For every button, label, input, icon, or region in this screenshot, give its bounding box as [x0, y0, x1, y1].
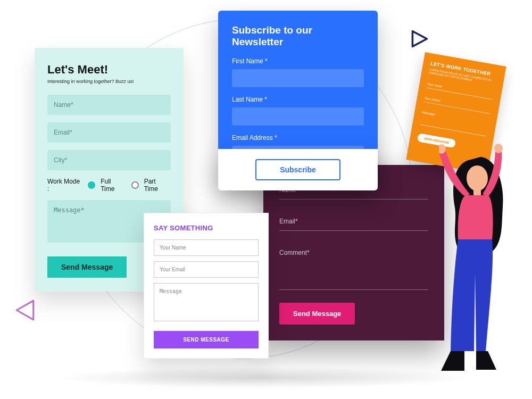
- ground-shadow: [53, 367, 468, 388]
- firstname-input[interactable]: [232, 69, 364, 87]
- city-input[interactable]: [47, 150, 171, 170]
- name-input[interactable]: [154, 239, 259, 256]
- svg-point-5: [494, 144, 503, 153]
- person-illustration: [439, 141, 519, 383]
- radio-fulltime[interactable]: [88, 181, 95, 189]
- card-comment: Name* Email* Comment* Send Message: [263, 165, 444, 340]
- radio-parttime[interactable]: [131, 181, 139, 189]
- send-message-button[interactable]: Send Message: [47, 256, 127, 278]
- card-newsletter-footer: Subscribe: [218, 149, 378, 190]
- work-mode-row: Work Mode : Full Time Part Time: [47, 178, 171, 193]
- card-title: Subscribe to our Newsletter: [232, 24, 364, 48]
- card-say-something: SAY SOMETHING SEND MESSAGE: [144, 213, 269, 359]
- send-message-button[interactable]: SEND MESSAGE: [154, 331, 259, 348]
- name-input[interactable]: [47, 95, 171, 115]
- send-message-button[interactable]: Send Message: [279, 303, 355, 325]
- svg-point-2: [467, 165, 488, 191]
- svg-marker-0: [16, 301, 34, 320]
- svg-rect-3: [473, 189, 481, 196]
- email-input[interactable]: [154, 261, 259, 278]
- message-input[interactable]: [154, 283, 259, 321]
- comment-input[interactable]: Comment*: [279, 244, 428, 290]
- work-mode-label: Work Mode :: [47, 178, 82, 193]
- card-subtitle: Interesting in working together? Buzz us…: [47, 79, 171, 84]
- card-title: SAY SOMETHING: [154, 224, 259, 232]
- firstname-label: First Name *: [232, 57, 364, 65]
- lastname-label: Last Name *: [232, 96, 364, 103]
- lastname-input[interactable]: [232, 107, 364, 126]
- fulltime-label: Full Time: [101, 178, 126, 193]
- svg-marker-1: [412, 31, 427, 47]
- parttime-label: Part Time: [144, 178, 171, 193]
- email-label: Email Address *: [232, 134, 364, 142]
- card-title: Let's Meet!: [47, 63, 171, 77]
- email-input[interactable]: Email*: [279, 212, 428, 231]
- subscribe-button[interactable]: Subscribe: [255, 159, 340, 180]
- email-input[interactable]: [47, 122, 171, 143]
